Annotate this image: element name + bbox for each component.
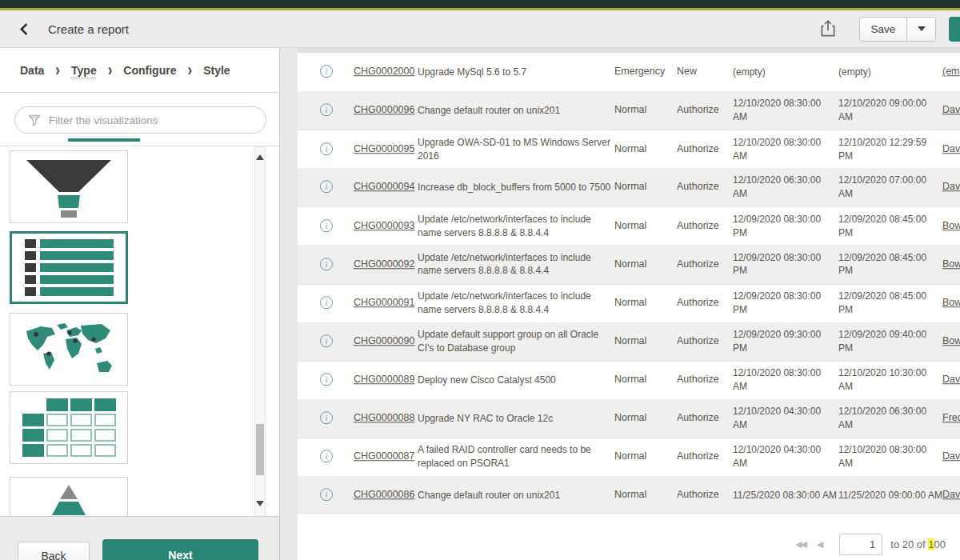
assigned-to-link[interactable]: Dav — [942, 142, 960, 157]
change-number-link[interactable]: CHG0002000 — [354, 65, 414, 79]
back-button[interactable] — [10, 13, 42, 45]
heatmap-grid-icon — [22, 398, 116, 457]
change-number-link[interactable]: CHG0000089 — [354, 374, 414, 388]
funnel-chart-icon — [17, 155, 121, 219]
table-row[interactable]: CHG0000093 Update /etc/network/interface… — [298, 206, 960, 245]
table-row[interactable]: CHG0000095 Upgrade OWA-SD-01 to MS Windo… — [298, 130, 960, 168]
change-number-link[interactable]: CHG0000087 — [354, 450, 414, 465]
change-number-link[interactable]: CHG0000092 — [354, 258, 414, 272]
change-number-link[interactable]: CHG0000088 — [354, 411, 414, 426]
save-button[interactable]: Save — [860, 18, 906, 41]
info-icon[interactable] — [320, 65, 333, 78]
change-number-link[interactable]: CHG0000096 — [354, 103, 414, 118]
assigned-to-link[interactable]: Dav — [942, 488, 960, 502]
assigned-to-link[interactable]: Bow — [942, 219, 960, 234]
back-step-button[interactable]: Back — [18, 542, 90, 560]
table-row[interactable]: CHG0000086 Change default router on unix… — [298, 476, 960, 514]
table-row[interactable]: CHG0000094 Increase db_block_buffers fro… — [298, 168, 960, 206]
change-number-link[interactable]: CHG0000091 — [354, 296, 414, 310]
priority-value: Normal — [614, 450, 646, 465]
filter-box[interactable] — [14, 106, 266, 134]
assigned-to-link[interactable]: Fred — [942, 411, 960, 426]
assigned-to-link[interactable]: Bow — [942, 334, 960, 349]
table-row[interactable]: CHG0000087 A failed RAID controller card… — [298, 438, 960, 476]
start-date: 12/10/2020 04:30:00 AM — [733, 444, 837, 471]
active-step-underline — [68, 138, 140, 142]
wizard-step-data[interactable]: Data — [20, 64, 44, 77]
state-value: Authorize — [677, 181, 719, 195]
save-dropdown-button[interactable] — [906, 18, 935, 41]
change-number-link[interactable]: CHG0000093 — [354, 219, 414, 234]
info-icon[interactable] — [320, 181, 333, 194]
short-description: Increase db_block_buffers from 5000 to 7… — [418, 181, 613, 194]
assigned-to-link[interactable]: Bow — [942, 258, 960, 272]
wizard-step-configure[interactable]: Configure — [123, 64, 176, 77]
priority-value: Normal — [614, 334, 646, 349]
state-value: Authorize — [677, 142, 719, 157]
info-icon[interactable] — [320, 411, 333, 424]
table-row[interactable]: CHG0000089 Deploy new Cisco Catalyst 450… — [298, 361, 960, 399]
end-date: 12/09/2020 08:45:00 PM — [838, 213, 942, 240]
change-number-link[interactable]: CHG0000086 — [354, 488, 414, 502]
info-icon[interactable] — [320, 374, 333, 386]
assigned-to-link[interactable]: Dav — [942, 103, 960, 118]
viz-thumbnail-pyramid[interactable] — [10, 477, 128, 516]
page-number-input[interactable] — [839, 534, 882, 555]
assigned-to-link[interactable]: Dav — [942, 450, 960, 465]
prev-page-icon[interactable]: ◀ — [817, 539, 822, 550]
assigned-to-link[interactable]: (em — [942, 65, 960, 79]
bar-list-icon — [25, 239, 114, 296]
change-number-link[interactable]: CHG0000095 — [354, 142, 414, 157]
scroll-down-icon[interactable] — [255, 497, 265, 510]
assigned-to-link[interactable]: Dav — [942, 374, 960, 388]
end-date: 12/10/2020 12:29:59 PM — [838, 136, 942, 163]
viz-list-scrollbar[interactable] — [254, 146, 266, 516]
info-icon[interactable] — [320, 488, 333, 501]
assigned-to-link[interactable]: Dav — [942, 181, 960, 195]
info-icon[interactable] — [320, 219, 333, 232]
scroll-up-icon[interactable] — [255, 150, 265, 163]
wizard-step-style[interactable]: Style — [203, 64, 230, 77]
table-row[interactable]: CHG0002000 Upgrade MySql 5.6 to 5.7 Emer… — [298, 53, 960, 91]
end-date: 12/10/2020 07:00:00 AM — [838, 174, 942, 202]
table-row[interactable]: CHG0000091 Update /etc/network/interface… — [298, 284, 960, 322]
table-row[interactable]: CHG0000090 Update default support group … — [298, 322, 960, 361]
change-number-link[interactable]: CHG0000090 — [354, 334, 414, 349]
table-row[interactable]: CHG0000092 Update /etc/network/interface… — [298, 245, 960, 283]
wizard-footer: Back Next — [0, 516, 279, 560]
viz-thumbnail-world-map[interactable] — [10, 313, 128, 386]
share-icon[interactable] — [819, 19, 837, 38]
filter-input[interactable] — [49, 114, 249, 126]
viz-thumbnail-bar-list[interactable] — [10, 231, 128, 304]
run-button-partial[interactable] — [949, 17, 960, 42]
priority-value: Normal — [614, 488, 646, 502]
scrollbar-thumb[interactable] — [256, 424, 264, 475]
table-row[interactable]: CHG0000088 Upgrade NY RAC to Oracle 12c … — [298, 399, 960, 438]
viz-thumbnail-funnel[interactable] — [10, 150, 128, 223]
info-icon[interactable] — [320, 142, 333, 155]
info-icon[interactable] — [320, 450, 333, 463]
short-description: Deploy new Cisco Catalyst 4500 — [418, 374, 613, 387]
short-description: Upgrade MySql 5.6 to 5.7 — [418, 66, 613, 79]
start-date: 12/10/2020 08:30:00 AM — [733, 136, 837, 163]
info-icon[interactable] — [320, 258, 333, 270]
assigned-to-link[interactable]: Bow — [942, 296, 960, 310]
start-date: 12/10/2020 04:30:00 AM — [733, 405, 837, 432]
start-date: 12/09/2020 08:30:00 PM — [733, 213, 837, 240]
wizard-step-type[interactable]: Type — [71, 64, 97, 77]
pagination: ◀◀ ◀ to 20 of 100 — [298, 528, 960, 560]
next-step-button[interactable]: Next — [102, 539, 258, 560]
start-date: 12/10/2020 06:30:00 AM — [733, 174, 837, 202]
short-description: Update /etc/network/interfaces to includ… — [418, 213, 613, 240]
first-page-icon[interactable]: ◀◀ — [795, 539, 806, 550]
info-icon[interactable] — [320, 334, 333, 347]
change-number-link[interactable]: CHG0000094 — [354, 181, 414, 195]
table-row[interactable]: CHG0000096 Change default router on unix… — [298, 91, 960, 130]
info-icon[interactable] — [320, 103, 333, 116]
visualization-list — [0, 146, 279, 516]
info-icon[interactable] — [320, 296, 333, 309]
priority-value: Normal — [614, 258, 646, 272]
viz-thumbnail-heatmap[interactable] — [10, 391, 128, 464]
end-date: 12/10/2020 10:30:00 AM — [838, 367, 942, 394]
priority-value: Normal — [614, 181, 646, 195]
